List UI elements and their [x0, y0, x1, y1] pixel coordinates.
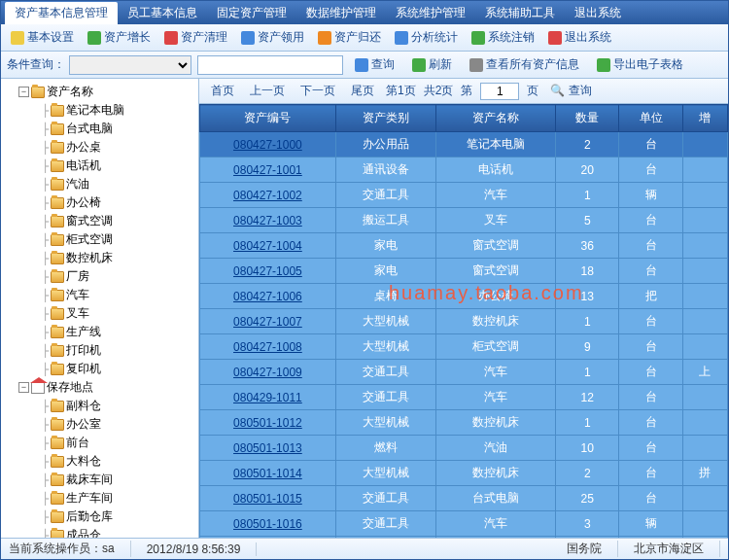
collapse-icon[interactable]: −	[18, 87, 29, 97]
tree-item[interactable]: ├ 办公桌	[1, 138, 198, 157]
asset-id-link[interactable]: 080501-1014	[200, 461, 336, 486]
asset-id-link[interactable]: 080501-1016	[200, 511, 336, 537]
status-datetime: 2012/8/19 8:56:39	[131, 542, 258, 556]
tree-item[interactable]: ├ 窗式空调	[1, 212, 198, 230]
tree-item[interactable]: ├ 叉车	[1, 304, 198, 323]
toolbar-button[interactable]: 资产领用	[235, 27, 310, 48]
asset-id-link[interactable]: 080427-1009	[200, 360, 336, 385]
search-field-select[interactable]	[69, 55, 191, 75]
tree-item[interactable]: ├ 笔记本电脑	[1, 101, 198, 120]
tree-item[interactable]: ├ 数控机床	[1, 249, 198, 267]
table-row[interactable]: 080501-1014大型机械数控机床2台拼	[200, 461, 728, 486]
asset-id-link[interactable]: 080501-1012	[200, 410, 336, 436]
table-row[interactable]: 080427-1009交通工具汽车1台上	[200, 360, 728, 385]
table-row[interactable]: 080427-1002交通工具汽车1辆	[200, 183, 728, 208]
table-row[interactable]: 080501-1016交通工具汽车3辆	[200, 511, 728, 537]
asset-id-link[interactable]: 080427-1001	[200, 158, 336, 183]
asset-id-link[interactable]: 080501-1017	[200, 537, 336, 539]
folder-icon	[51, 493, 64, 505]
table-row[interactable]: 080427-1007大型机械数控机床1台	[200, 309, 728, 334]
pager-page-input[interactable]	[480, 83, 519, 100]
tree-item[interactable]: ├ 厂房	[1, 267, 198, 286]
asset-id-link[interactable]: 080427-1008	[200, 334, 336, 360]
asset-tree[interactable]: − 资产名称├ 笔记本电脑├ 台式电脑├ 办公桌├ 电话机├ 汽油├ 办公椅├ …	[1, 79, 199, 538]
tree-item[interactable]: ├ 办公室	[1, 415, 198, 434]
grid-header[interactable]: 资产编号	[200, 105, 336, 132]
tree-item[interactable]: ├ 复印机	[1, 360, 198, 378]
asset-grid[interactable]: 资产编号资产类别资产名称数量单位增080427-1000办公用品笔记本电脑2台0…	[199, 104, 728, 538]
table-row[interactable]: 080427-1001通讯设备电话机20台	[200, 158, 728, 183]
table-row[interactable]: 080501-1013燃料汽油10台	[200, 436, 728, 461]
tree-item[interactable]: ├ 打印机	[1, 341, 198, 360]
search-input[interactable]	[197, 55, 343, 75]
toolbar-button[interactable]: 退出系统	[542, 27, 617, 48]
asset-id-link[interactable]: 080501-1013	[200, 436, 336, 461]
refresh-button[interactable]: 刷新	[406, 54, 458, 75]
tree-item[interactable]: ├ 汽车	[1, 286, 198, 304]
table-row[interactable]: 080429-1011交通工具汽车12台	[200, 385, 728, 410]
asset-id-link[interactable]: 080501-1015	[200, 486, 336, 511]
table-row[interactable]: 080427-1000办公用品笔记本电脑2台	[200, 132, 728, 158]
menu-item[interactable]: 系统维护管理	[386, 2, 475, 24]
grid-header[interactable]: 资产名称	[436, 105, 556, 132]
tree-item[interactable]: ├ 生产线	[1, 323, 198, 341]
asset-id-link[interactable]: 080427-1003	[200, 208, 336, 233]
pager-next[interactable]: 下一页	[296, 81, 339, 101]
asset-id-link[interactable]: 080427-1000	[200, 132, 336, 158]
table-row[interactable]: 080427-1005家电窗式空调18台	[200, 259, 728, 284]
tree-root[interactable]: − 资产名称	[1, 83, 198, 101]
table-row[interactable]: 080427-1003搬运工具叉车5台	[200, 208, 728, 233]
menu-item[interactable]: 固定资产管理	[207, 2, 296, 24]
menu-item[interactable]: 系统辅助工具	[475, 2, 565, 24]
export-icon	[597, 58, 610, 72]
table-row[interactable]: 080427-1008大型机械柜式空调9台	[200, 334, 728, 360]
collapse-icon[interactable]: −	[18, 382, 29, 393]
menu-item[interactable]: 退出系统	[565, 2, 631, 24]
folder-icon	[51, 123, 64, 135]
menu-item[interactable]: 资产基本信息管理	[5, 2, 118, 24]
toolbar-button[interactable]: 系统注销	[466, 27, 540, 48]
asset-id-link[interactable]: 080429-1011	[200, 385, 336, 410]
table-row[interactable]: 080501-1012大型机械数控机床1台	[200, 410, 728, 436]
asset-id-link[interactable]: 080427-1006	[200, 284, 336, 309]
toolbar-button[interactable]: 资产增长	[82, 27, 156, 48]
tree-item[interactable]: ├ 成品仓	[1, 526, 198, 538]
tree-item[interactable]: ├ 后勤仓库	[1, 508, 198, 526]
tree-item[interactable]: ├ 电话机	[1, 157, 198, 175]
toolbar-button[interactable]: 资产归还	[312, 27, 387, 48]
toolbar-button[interactable]: 分析统计	[389, 27, 464, 48]
pager-first[interactable]: 首页	[207, 81, 238, 101]
asset-id-link[interactable]: 080427-1002	[200, 183, 336, 208]
viewall-button[interactable]: 查看所有资产信息	[464, 54, 585, 75]
pager-last[interactable]: 尾页	[347, 81, 378, 101]
tree-item[interactable]: ├ 副料仓	[1, 397, 198, 415]
tree-item[interactable]: ├ 生产车间	[1, 489, 198, 508]
table-row[interactable]: 080427-1004家电窗式空调36台	[200, 233, 728, 259]
grid-header[interactable]: 资产类别	[335, 105, 436, 132]
menu-item[interactable]: 员工基本信息	[118, 2, 207, 24]
tree-item[interactable]: ├ 前台	[1, 434, 198, 452]
tree-root[interactable]: − 保存地点	[1, 378, 198, 397]
export-button[interactable]: 导出电子表格	[591, 54, 689, 75]
pager-prev[interactable]: 上一页	[246, 81, 289, 101]
pager-go[interactable]: 🔍 查询	[546, 81, 595, 101]
table-row[interactable]: 080427-1006桌椅办公椅13把	[200, 284, 728, 309]
tree-item[interactable]: ├ 台式电脑	[1, 120, 198, 138]
tree-item[interactable]: ├ 柜式空调	[1, 230, 198, 249]
tree-item[interactable]: ├ 裁床车间	[1, 471, 198, 489]
toolbar-button[interactable]: 基本设置	[5, 27, 80, 48]
menu-item[interactable]: 数据维护管理	[296, 2, 386, 24]
tree-item[interactable]: ├ 办公椅	[1, 193, 198, 212]
asset-id-link[interactable]: 080427-1005	[200, 259, 336, 284]
tree-item[interactable]: ├ 大料仓	[1, 452, 198, 471]
grid-header[interactable]: 数量	[556, 105, 619, 132]
query-button[interactable]: 查询	[349, 54, 400, 75]
tree-item[interactable]: ├ 汽油	[1, 175, 198, 193]
table-row[interactable]: 080501-1015交通工具台式电脑25台	[200, 486, 728, 511]
grid-header[interactable]: 增	[682, 105, 727, 132]
asset-id-link[interactable]: 080427-1007	[200, 309, 336, 334]
table-row[interactable]: 080501-1017家电窗式空调8台	[200, 537, 728, 539]
grid-header[interactable]: 单位	[619, 105, 682, 132]
asset-id-link[interactable]: 080427-1004	[200, 233, 336, 259]
toolbar-button[interactable]: 资产清理	[158, 27, 233, 48]
